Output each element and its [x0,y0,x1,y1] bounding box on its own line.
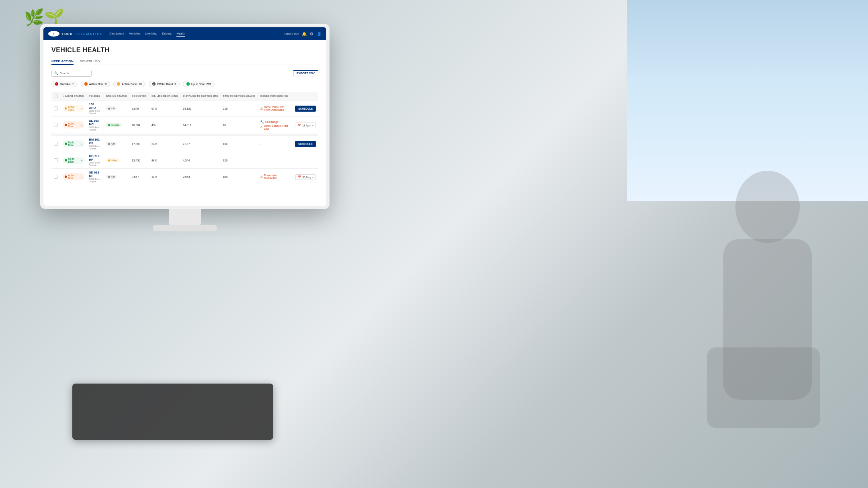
engine-dot-row4 [108,159,110,161]
time-row2: 16 [220,117,258,133]
overdue-label: Overdue [60,83,71,86]
filter-action-now[interactable]: ! Action Now 9 [81,81,110,87]
action-now-dot: ! [84,82,88,86]
search-box[interactable]: 🔍 [51,70,92,77]
up-to-date-label: Up to Date [191,83,205,86]
toolbar: 🔍 EXPORT CSV [51,70,318,77]
navbar: F FORD TELEMATICS Dashboard Vehicles Liv… [43,27,326,40]
issue-row1: ⚠ Diesel Particulate Filter Overloaded [260,106,290,111]
nav-links: Dashboard Vehicles Live Map Drivers Heal… [109,31,284,37]
vehicle-name-row5[interactable]: SD 613 ML [89,171,102,178]
odometer-row1: 3,848 [129,100,149,117]
vehicle-model-row5: 2019 Ford Transit [89,178,102,183]
date-chevron-row2: ▾ [312,124,313,127]
row5-checkbox[interactable] [54,175,58,179]
gear-icon[interactable]: ⚙ [310,32,313,36]
vehicle-model-row2: 2020 Ford Transit [89,126,102,131]
engine-status-row1: Off [106,106,117,110]
action-cell-row1: SCHEDULE [293,100,318,117]
nav-livemap[interactable]: Live Map [145,31,157,37]
status-dot-row1 [65,107,67,110]
search-input[interactable] [60,72,88,75]
action-soon-label: Action Soon [122,83,137,86]
oil-life-row3: 24% [149,136,180,152]
vehicle-name-row4[interactable]: KG 718 HP [89,154,102,161]
col-oil-life: OIL LIFE REMAINING [149,92,180,100]
tab-need-action[interactable]: NEED ACTION [51,58,74,65]
telematics-label: TELEMATICS [75,32,103,36]
brand: F FORD TELEMATICS [48,31,103,37]
status-badge-row4: Up to Date ▾ [63,157,84,164]
vehicle-model-row1: 2020 Ford Transit [89,110,102,114]
ford-brand-text: FORD [62,32,73,36]
chevron-row3: ▾ [81,143,82,145]
status-dot-row2 [65,124,67,126]
row1-checkbox[interactable] [54,106,58,110]
vehicle-name-row1[interactable]: 108 AHO [89,102,102,110]
row3-checkbox[interactable] [54,142,58,146]
engine-dot-row5 [108,176,110,178]
action-now-count: 9 [105,83,106,86]
nav-health[interactable]: Health [176,31,185,37]
distance-row1: 14,152 [180,100,221,117]
engine-status-row3: Off [106,142,117,146]
engine-status-row5: Off [106,175,117,179]
date-chevron-row5: ▾ [312,176,313,179]
filter-off-road[interactable]: ● Off the Road 3 [149,81,180,87]
date-badge-row2[interactable]: 📅 18 April ▾ [295,123,316,128]
status-dot-row3 [65,143,67,145]
select-fleet-label[interactable]: Select Fleet [284,33,299,35]
action-soon-dot: ! [117,82,120,86]
action-cell-row5: 📅 30 May ▾ [293,169,318,185]
chevron-row5: ▾ [81,176,82,178]
tabs: NEED ACTION SCHEDULED [51,58,318,65]
date-text-row5: 30 May [303,176,311,179]
nav-drivers[interactable]: Drivers [162,31,172,37]
issue-row2a: 🔧 Oil Change [260,120,290,124]
select-all-checkbox[interactable] [54,94,58,98]
col-engine-status: ENGINE STATUS [104,92,129,100]
page-title: VEHICLE HEALTH [51,47,318,54]
no-issues-row4: - [260,159,261,162]
vehicle-health-table: HEALTH STATUS VEHICLE ENGINE STATUS ODOM… [51,92,318,185]
col-distance-service: DISTANCE TO SERVICE (MI) [180,92,221,100]
action-cell-row3: SCHEDULE [293,136,318,152]
table-row: Up to Date ▾ KG 718 HP 2019 Ford Transit [51,152,318,169]
date-text-row2: 18 April [302,124,311,127]
odometer-row3: 17,893 [129,136,149,152]
date-badge-row5[interactable]: 📅 30 May ▾ [295,174,316,180]
overdue-dot: ! [55,82,58,86]
ford-logo: F [48,31,59,37]
row4-checkbox[interactable] [54,158,58,162]
user-icon[interactable]: 👤 [317,32,321,36]
vehicle-model-row4: 2019 Ford Transit [89,161,102,166]
export-csv-button[interactable]: EXPORT CSV [293,70,318,76]
issue-icon-row2b: ⚠ [260,125,263,129]
up-to-date-count: 295 [207,83,211,86]
schedule-button-row1[interactable]: SCHEDULE [295,106,316,112]
nav-vehicles[interactable]: Vehicles [129,31,140,37]
filter-action-soon[interactable]: ! Action Soon 13 [113,81,145,87]
issue-row2b: ⚠ Diesel Exhaust Fluid Low [260,125,290,130]
filter-overdue[interactable]: ! Overdue 1 [51,81,78,87]
nav-dashboard[interactable]: Dashboard [109,31,124,37]
schedule-button-row3[interactable]: SCHEDULE [295,141,316,147]
row2-checkbox[interactable] [54,123,58,127]
vehicle-name-row3[interactable]: BM 101 CS [89,138,102,145]
table-row: Action Now ▾ SD 613 ML 2019 Ford Transit [51,169,318,185]
oil-life-row5: 11% [149,169,180,185]
filter-up-to-date[interactable]: ✓ Up to Date 295 [183,81,215,87]
calendar-icon-row5: 📅 [298,176,301,179]
col-action [293,92,318,100]
overdue-count: 1 [72,83,74,86]
status-dot-row5 [65,176,67,178]
time-row3: 134 [220,136,258,152]
vehicle-model-row3: 2019 Ford Transit [89,145,102,150]
oil-life-row4: 88% [149,152,180,169]
vehicle-name-row2[interactable]: SL 363 MC [89,119,102,126]
col-odometer: ODOMETER [129,92,149,100]
action-cell-row2: 📅 18 April ▾ [293,117,318,133]
bell-icon[interactable]: 🔔 [302,32,307,36]
filter-chips: ! Overdue 1 ! Action Now 9 ! Action Soon [51,81,318,87]
tab-scheduled[interactable]: SCHEDULED [80,58,100,65]
